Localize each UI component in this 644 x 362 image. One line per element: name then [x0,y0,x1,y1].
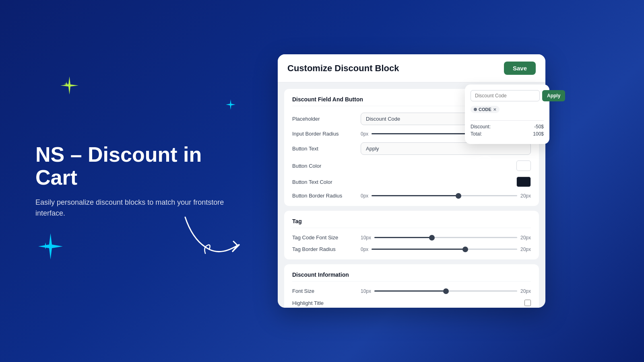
button-text-color-row: Button Text Color [292,177,531,187]
discount-info-value: -50$ [534,124,544,130]
slider-min-info1: 10px [361,288,371,294]
tag-font-size-slider[interactable] [374,237,517,238]
panel-header: Customize Discount Block Save [278,54,545,82]
slider-max-tag1: 20px [520,235,531,241]
highlight-title-checkbox[interactable] [524,300,531,306]
preview-panel: Apply CODE ✕ Discount: -50$ Total: 100$ [465,84,549,144]
main-title: NS – Discount in Cart [35,143,245,189]
code-tag-remove[interactable]: ✕ [493,107,496,112]
slider-min-tag2: 0px [361,247,368,252]
highlight-title-row: Highlight Title [292,300,531,306]
tag-font-size-control: 10px 20px [361,235,531,241]
section-tag-title: Tag [292,218,531,228]
slider-min-1: 0px [361,131,368,137]
button-color-row: Button Color [292,160,531,171]
font-size-label: Font Size [292,288,361,294]
placeholder-label: Placeholder [292,116,361,122]
slider-max-tag2: 20px [520,247,531,252]
save-button[interactable]: Save [504,62,536,75]
button-border-radius-row: Button Border Radius 0px 20px [292,193,531,199]
discount-info-row: Discount: -50$ [471,124,544,130]
button-color-control [361,160,531,171]
button-text-color-swatch[interactable] [516,177,531,187]
font-size-control: 10px 20px [361,288,531,294]
panel-title: Customize Discount Block [287,63,399,74]
tag-border-radius-label: Tag Border Radius [292,246,361,252]
section-discount-info: Discount Information Font Size 10px 20px… [284,264,539,308]
button-border-radius-slider[interactable] [372,195,517,196]
preview-divider [471,120,544,121]
tag-font-size-row: Tag Code Font Size 10px 20px [292,234,531,241]
font-size-slider[interactable] [374,290,517,292]
sparkle-cyan-bottom [35,231,66,261]
button-text-control [361,142,531,155]
tag-border-radius-slider[interactable] [372,249,517,250]
sparkle-green-top [58,74,80,97]
discount-info-label: Discount: [471,124,491,130]
input-border-radius-label: Input Border Radius [292,131,361,137]
subtitle: Easily personalize discount blocks to ma… [35,197,245,219]
total-info-row: Total: 100$ [471,131,544,137]
total-info-value: 100$ [533,131,544,137]
button-border-radius-label: Button Border Radius [292,193,361,199]
preview-discount-input[interactable] [471,90,540,101]
font-size-row: Font Size 10px 20px [292,288,531,294]
code-tag-text: CODE [479,107,491,112]
preview-input-row: Apply [471,90,544,101]
tag-border-radius-row: Tag Border Radius 0px 20px [292,246,531,252]
button-border-radius-control: 0px 20px [361,193,531,199]
button-text-row: Button Text [292,142,531,155]
highlight-title-label: Highlight Title [292,300,361,306]
slider-min-tag1: 10px [361,235,371,241]
button-text-color-label: Button Text Color [292,179,361,185]
button-color-swatch[interactable] [516,160,531,171]
button-color-label: Button Color [292,163,361,169]
tag-border-radius-control: 0px 20px [361,247,531,252]
sparkle-teal-mid [225,99,237,111]
code-tag-container: CODE ✕ [471,105,544,117]
highlight-title-control [361,300,531,306]
total-info-label: Total: [471,131,482,137]
slider-max-6: 20px [520,193,531,199]
section-tag: Tag Tag Code Font Size 10px 20px Tag Bor… [284,211,539,259]
code-tag: CODE ✕ [471,106,500,113]
left-content: NS – Discount in Cart Easily personalize… [35,143,245,219]
tag-font-size-label: Tag Code Font Size [292,234,361,241]
section-discount-info-title: Discount Information [292,272,531,282]
slider-min-6: 0px [361,193,368,199]
code-tag-dot [474,108,477,111]
button-text-input[interactable] [361,142,531,155]
preview-apply-button[interactable]: Apply [542,90,565,101]
button-text-label: Button Text [292,146,361,152]
button-text-color-control [361,177,531,187]
slider-max-info1: 20px [520,288,531,294]
